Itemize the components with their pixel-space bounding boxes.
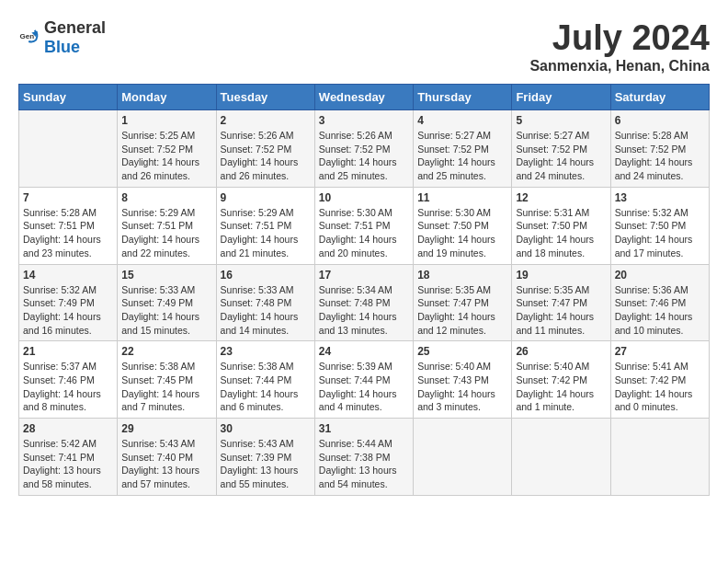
svg-text:Gen: Gen [20,32,35,40]
day-number: 9 [221,191,311,204]
calendar-cell: 9Sunrise: 5:29 AMSunset: 7:51 PMDaylight… [216,187,314,264]
day-info: Sunrise: 5:34 AMSunset: 7:48 PMDaylight:… [319,283,409,338]
day-number: 14 [23,269,113,282]
day-info: Sunrise: 5:28 AMSunset: 7:52 PMDaylight:… [615,129,705,183]
day-info: Sunrise: 5:36 AMSunset: 7:46 PMDaylight:… [615,283,705,338]
day-number: 6 [615,114,705,127]
day-info: Sunrise: 5:29 AMSunset: 7:51 PMDaylight:… [221,206,311,260]
day-info: Sunrise: 5:33 AMSunset: 7:49 PMDaylight:… [121,283,211,338]
header: Gen General Blue July 2024 Sanmenxia, He… [18,18,710,75]
logo-icon: Gen [18,27,40,49]
calendar-cell: 12Sunrise: 5:31 AMSunset: 7:50 PMDayligh… [512,187,610,264]
day-number: 27 [615,345,705,358]
day-info: Sunrise: 5:43 AMSunset: 7:40 PMDaylight:… [121,437,211,491]
day-number: 12 [516,191,606,204]
day-info: Sunrise: 5:32 AMSunset: 7:49 PMDaylight:… [23,283,113,338]
logo-text: General Blue [44,18,106,57]
calendar-table: SundayMondayTuesdayWednesdayThursdayFrid… [18,84,710,496]
day-info: Sunrise: 5:42 AMSunset: 7:41 PMDaylight:… [23,437,113,491]
calendar-cell: 18Sunrise: 5:35 AMSunset: 7:47 PMDayligh… [414,264,512,341]
column-header-saturday: Saturday [610,85,709,110]
day-number: 30 [221,422,311,435]
calendar-cell [414,419,512,496]
calendar-cell [610,419,709,496]
logo-blue: Blue [44,38,80,56]
column-header-tuesday: Tuesday [216,85,314,110]
day-number: 21 [23,345,113,358]
day-info: Sunrise: 5:35 AMSunset: 7:47 PMDaylight:… [516,283,606,338]
day-info: Sunrise: 5:37 AMSunset: 7:46 PMDaylight:… [23,360,113,414]
week-row-3: 14Sunrise: 5:32 AMSunset: 7:49 PMDayligh… [19,264,710,341]
day-info: Sunrise: 5:39 AMSunset: 7:44 PMDaylight:… [319,360,409,414]
day-info: Sunrise: 5:28 AMSunset: 7:51 PMDaylight:… [23,206,113,260]
day-info: Sunrise: 5:38 AMSunset: 7:45 PMDaylight:… [121,360,211,414]
day-number: 15 [121,269,211,282]
day-info: Sunrise: 5:25 AMSunset: 7:52 PMDaylight:… [121,129,211,183]
calendar-body: 1Sunrise: 5:25 AMSunset: 7:52 PMDaylight… [19,110,710,496]
day-number: 10 [319,191,409,204]
day-number: 23 [221,345,311,358]
day-number: 25 [417,345,507,358]
page-title: July 2024 [529,18,710,58]
day-info: Sunrise: 5:27 AMSunset: 7:52 PMDaylight:… [417,129,507,183]
day-info: Sunrise: 5:30 AMSunset: 7:50 PMDaylight:… [417,206,507,260]
calendar-cell: 7Sunrise: 5:28 AMSunset: 7:51 PMDaylight… [19,187,118,264]
calendar-cell: 28Sunrise: 5:42 AMSunset: 7:41 PMDayligh… [19,419,118,496]
day-number: 24 [319,345,409,358]
calendar-cell: 30Sunrise: 5:43 AMSunset: 7:39 PMDayligh… [216,419,314,496]
day-info: Sunrise: 5:32 AMSunset: 7:50 PMDaylight:… [615,206,705,260]
day-info: Sunrise: 5:44 AMSunset: 7:38 PMDaylight:… [319,437,409,491]
day-info: Sunrise: 5:41 AMSunset: 7:42 PMDaylight:… [615,360,705,414]
column-header-thursday: Thursday [414,85,512,110]
calendar-header: SundayMondayTuesdayWednesdayThursdayFrid… [19,85,710,110]
day-info: Sunrise: 5:26 AMSunset: 7:52 PMDaylight:… [221,129,311,183]
calendar-cell: 6Sunrise: 5:28 AMSunset: 7:52 PMDaylight… [610,110,709,188]
calendar-cell: 17Sunrise: 5:34 AMSunset: 7:48 PMDayligh… [314,264,413,341]
day-number: 8 [121,191,211,204]
day-number: 18 [417,269,507,282]
day-number: 28 [23,422,113,435]
day-number: 17 [319,269,409,282]
calendar-cell: 23Sunrise: 5:38 AMSunset: 7:44 PMDayligh… [216,341,314,419]
day-info: Sunrise: 5:40 AMSunset: 7:42 PMDaylight:… [516,360,606,414]
calendar-cell: 15Sunrise: 5:33 AMSunset: 7:49 PMDayligh… [118,264,216,341]
column-header-monday: Monday [118,85,216,110]
day-info: Sunrise: 5:26 AMSunset: 7:52 PMDaylight:… [319,129,409,183]
day-number: 19 [516,269,606,282]
week-row-2: 7Sunrise: 5:28 AMSunset: 7:51 PMDaylight… [19,187,710,264]
day-number: 29 [121,422,211,435]
calendar-cell: 19Sunrise: 5:35 AMSunset: 7:47 PMDayligh… [512,264,610,341]
day-info: Sunrise: 5:29 AMSunset: 7:51 PMDaylight:… [121,206,211,260]
week-row-4: 21Sunrise: 5:37 AMSunset: 7:46 PMDayligh… [19,341,710,419]
calendar-cell: 26Sunrise: 5:40 AMSunset: 7:42 PMDayligh… [512,341,610,419]
calendar-cell: 1Sunrise: 5:25 AMSunset: 7:52 PMDaylight… [118,110,216,188]
calendar-cell: 3Sunrise: 5:26 AMSunset: 7:52 PMDaylight… [314,110,413,188]
day-number: 11 [417,191,507,204]
day-info: Sunrise: 5:31 AMSunset: 7:50 PMDaylight:… [516,206,606,260]
day-number: 7 [23,191,113,204]
day-number: 1 [121,114,211,127]
day-number: 5 [516,114,606,127]
day-number: 22 [121,345,211,358]
calendar-cell: 22Sunrise: 5:38 AMSunset: 7:45 PMDayligh… [118,341,216,419]
calendar-cell [512,419,610,496]
calendar-cell: 31Sunrise: 5:44 AMSunset: 7:38 PMDayligh… [314,419,413,496]
title-section: July 2024 Sanmenxia, Henan, China [529,18,710,75]
calendar-cell: 11Sunrise: 5:30 AMSunset: 7:50 PMDayligh… [414,187,512,264]
logo-general: General [44,18,106,37]
day-number: 13 [615,191,705,204]
column-header-friday: Friday [512,85,610,110]
logo: Gen General Blue [18,18,106,57]
calendar-cell: 4Sunrise: 5:27 AMSunset: 7:52 PMDaylight… [414,110,512,188]
day-info: Sunrise: 5:38 AMSunset: 7:44 PMDaylight:… [221,360,311,414]
day-info: Sunrise: 5:43 AMSunset: 7:39 PMDaylight:… [221,437,311,491]
calendar-cell: 2Sunrise: 5:26 AMSunset: 7:52 PMDaylight… [216,110,314,188]
week-row-1: 1Sunrise: 5:25 AMSunset: 7:52 PMDaylight… [19,110,710,188]
calendar-cell: 24Sunrise: 5:39 AMSunset: 7:44 PMDayligh… [314,341,413,419]
calendar-cell: 16Sunrise: 5:33 AMSunset: 7:48 PMDayligh… [216,264,314,341]
calendar-cell [19,110,118,188]
calendar-cell: 13Sunrise: 5:32 AMSunset: 7:50 PMDayligh… [610,187,709,264]
day-number: 2 [221,114,311,127]
calendar-cell: 5Sunrise: 5:27 AMSunset: 7:52 PMDaylight… [512,110,610,188]
day-number: 20 [615,269,705,282]
